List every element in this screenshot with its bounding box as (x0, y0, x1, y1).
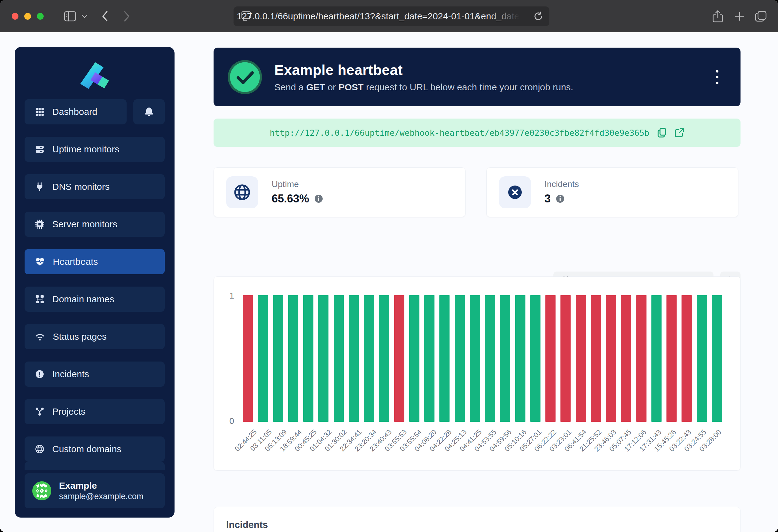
sidebar-item-dns-monitors[interactable]: DNS monitors (24, 174, 165, 199)
page-subtitle: Send a GET or POST request to URL below … (275, 82, 573, 92)
browser-window: 127.0.0.1/66uptime/heartbeat/13?&start_d… (0, 0, 778, 532)
heart-pulse-icon (35, 257, 45, 266)
chart-bar-up[interactable] (424, 295, 435, 422)
chart-bar-up[interactable] (334, 295, 344, 422)
sidebar-item-label: DNS monitors (52, 182, 110, 192)
incidents-stat-tile (499, 176, 531, 208)
sidebar-item-label: Heartbeats (53, 257, 98, 267)
bell-icon (144, 107, 154, 117)
sidebar-item-label: Dashboard (52, 107, 97, 117)
chart-bar-down[interactable] (545, 295, 555, 422)
kebab-menu-button[interactable] (708, 65, 726, 89)
app-content: Dashboard Uptime monitors DNS monitors (0, 32, 778, 532)
user-card[interactable]: Example sample@example.com (24, 473, 165, 508)
sidebar-item-label: Incidents (52, 369, 89, 379)
chevron-down-icon[interactable] (81, 14, 88, 18)
sidebar-item-domain-names[interactable]: Domain names (24, 287, 165, 312)
external-link-icon[interactable] (675, 128, 684, 138)
chart-bar-up[interactable] (470, 295, 480, 422)
chart-bar-up[interactable] (530, 295, 541, 422)
chart-bar-up[interactable] (349, 295, 359, 422)
incidents-section-title: Incidents (226, 519, 728, 530)
sidebar-bottom: Example sample@example.com (24, 462, 165, 508)
dashboard-row: Dashboard (24, 99, 165, 124)
sidebar-item-custom-domains[interactable]: Custom domains (24, 436, 165, 462)
chart-bar-down[interactable] (243, 295, 253, 422)
webhook-url[interactable]: http://127.0.0.1/66uptime/webhook-heartb… (270, 128, 649, 138)
notifications-button[interactable] (133, 99, 165, 124)
sidebar-item-incidents[interactable]: Incidents (24, 362, 165, 387)
chart-bar-up[interactable] (712, 295, 722, 422)
sidebar-item-projects[interactable]: Projects (24, 399, 165, 424)
chart-bar-up[interactable] (288, 295, 298, 422)
uptime-stat-tile (226, 176, 258, 208)
sidebar-item-uptime-monitors[interactable]: Uptime monitors (24, 137, 165, 162)
share-icon[interactable] (712, 10, 723, 23)
sidebar-item-label: Uptime monitors (52, 144, 119, 155)
sitemap-icon (35, 294, 44, 304)
back-button[interactable] (101, 11, 108, 22)
reload-icon[interactable] (533, 11, 544, 23)
chart-bar-down[interactable] (576, 295, 586, 422)
server-stack-icon (35, 145, 44, 154)
66uptime-logo (76, 62, 113, 89)
chart-bar-up[interactable] (273, 295, 283, 422)
uptime-value: 65.63% (271, 192, 309, 205)
chart-bar-up[interactable] (500, 295, 510, 422)
chart-bar-down[interactable] (591, 295, 601, 422)
chart-bar-down[interactable] (667, 295, 677, 422)
minimize-window-button[interactable] (24, 13, 31, 20)
incidents-label: Incidents (544, 179, 579, 189)
forward-button[interactable] (124, 11, 130, 22)
sidebar-item-heartbeats[interactable]: Heartbeats (24, 249, 165, 274)
chart-bar-up[interactable] (379, 295, 389, 422)
chart-bar-down[interactable] (636, 295, 646, 422)
sidebar-item-label: Domain names (52, 294, 114, 304)
chart-bar-up[interactable] (485, 295, 495, 422)
sidebar-item-status-pages[interactable]: Status pages (24, 324, 165, 349)
sidebar-item-dashboard[interactable]: Dashboard (24, 99, 127, 124)
info-icon[interactable] (314, 194, 323, 203)
url-fade (489, 8, 529, 25)
avatar (32, 481, 52, 501)
zoom-window-button[interactable] (37, 13, 44, 20)
address-bar[interactable]: 127.0.0.1/66uptime/heartbeat/13?&start_d… (234, 6, 549, 26)
sidebar-toggle-icon[interactable] (64, 11, 76, 21)
chart-bar-down[interactable] (621, 295, 631, 422)
chart-bar-up[interactable] (303, 295, 313, 422)
kebab-icon (716, 69, 719, 85)
new-tab-icon[interactable] (734, 11, 745, 21)
chart-bar-up[interactable] (318, 295, 328, 422)
chart-bar-down[interactable] (560, 295, 570, 422)
browser-toolbar: 127.0.0.1/66uptime/heartbeat/13?&start_d… (0, 0, 778, 32)
close-window-button[interactable] (12, 13, 18, 20)
sidebar: Dashboard Uptime monitors DNS monitors (15, 47, 174, 518)
check-circle-icon (228, 60, 262, 94)
tab-overview-icon[interactable] (755, 10, 767, 22)
chart-bar-down[interactable] (394, 295, 404, 422)
heartbeat-header-card: Example heartbeat Send a GET or POST req… (214, 48, 741, 106)
incidents-value: 3 (544, 192, 551, 205)
sidebar-item-server-monitors[interactable]: Server monitors (24, 212, 165, 237)
cpu-icon (35, 219, 44, 229)
globe-icon (234, 184, 251, 201)
chart-bar-up[interactable] (258, 295, 268, 422)
incidents-stat-card: Incidents 3 (486, 167, 738, 217)
chart-bar-up[interactable] (515, 295, 526, 422)
sidebar-item-partial[interactable] (24, 462, 165, 470)
chart-bar-up[interactable] (409, 295, 419, 422)
user-name: Example (59, 480, 144, 492)
y-axis-tick: 1 (229, 291, 234, 301)
incidents-section-card: Incidents (214, 507, 741, 532)
info-icon[interactable] (555, 194, 565, 203)
copy-icon[interactable] (657, 127, 667, 138)
chart-bar-down[interactable] (682, 295, 692, 422)
chart-bar-down[interactable] (606, 295, 616, 422)
chart-bar-up[interactable] (651, 295, 662, 422)
chart-bars (241, 295, 724, 422)
chart-bar-up[interactable] (697, 295, 707, 422)
sidebar-item-label: Custom domains (52, 444, 122, 454)
chart-bar-up[interactable] (440, 295, 450, 422)
chart-bar-up[interactable] (455, 295, 465, 422)
chart-bar-up[interactable] (364, 295, 374, 422)
